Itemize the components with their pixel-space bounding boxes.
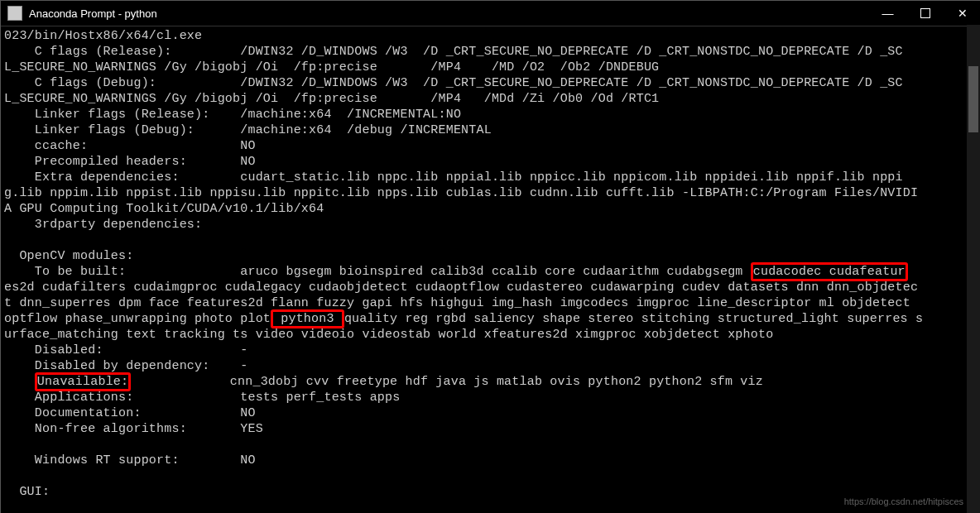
scrollbar-thumb[interactable] <box>968 66 978 132</box>
highlight-unavailable: Unavailable: <box>35 372 131 391</box>
maximize-button[interactable] <box>906 1 944 26</box>
highlight-python3: python3 <box>271 309 344 328</box>
window-title: Anaconda Prompt - python <box>29 7 869 20</box>
watermark: https://blog.csdn.net/hitpisces <box>844 496 963 506</box>
highlight-cudacodec: cudacodec cudafeatur <box>751 262 908 281</box>
titlebar[interactable]: Anaconda Prompt - python — ✕ <box>1 1 980 26</box>
app-icon <box>7 6 22 21</box>
minimize-button[interactable]: — <box>869 1 906 26</box>
scrollbar[interactable] <box>967 25 980 513</box>
terminal-output[interactable]: 023/bin/Hostx86/x64/cl.exe C flags (Rele… <box>1 26 980 513</box>
anaconda-prompt-window: Anaconda Prompt - python — ✕ 023/bin/Hos… <box>0 0 980 513</box>
close-button[interactable]: ✕ <box>944 1 980 26</box>
